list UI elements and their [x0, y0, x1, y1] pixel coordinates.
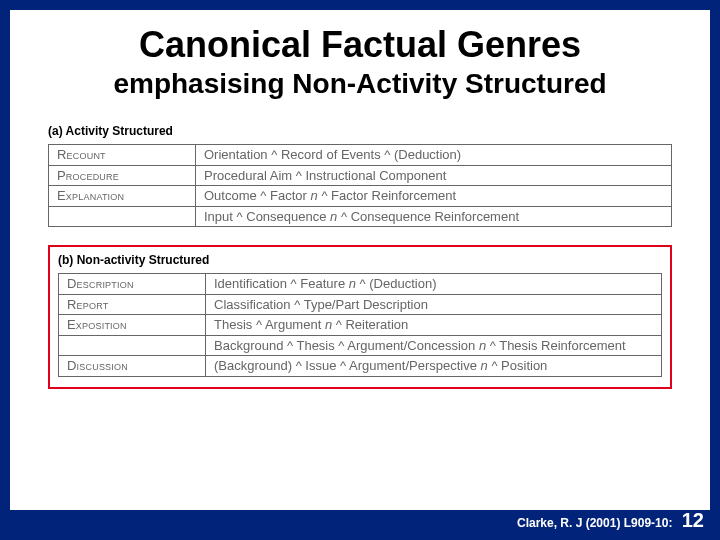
section-activity-structured: (a) Activity Structured Recount Orientat…: [48, 124, 672, 227]
title-block: Canonical Factual Genres emphasising Non…: [10, 10, 710, 106]
section-b-label: (b) Non-activity Structured: [58, 253, 662, 267]
section-a-label: (a) Activity Structured: [48, 124, 672, 138]
stages-cell: Identification ^ Feature n ^ (Deduction): [206, 274, 662, 295]
slide-subtitle: emphasising Non-Activity Structured: [20, 68, 700, 100]
stages-cell: Classification ^ Type/Part Description: [206, 294, 662, 315]
stages-cell: Outcome ^ Factor n ^ Factor Reinforcemen…: [196, 186, 672, 207]
stages-cell: Orientation ^ Record of Events ^ (Deduct…: [196, 145, 672, 166]
table-row: Input ^ Consequence n ^ Consequence Rein…: [49, 206, 672, 227]
slide-title: Canonical Factual Genres: [20, 24, 700, 66]
emphasis-frame: (b) Non-activity Structured Description …: [48, 245, 672, 389]
slide-body: Canonical Factual Genres emphasising Non…: [10, 10, 710, 510]
table-row: Description Identification ^ Feature n ^…: [59, 274, 662, 295]
genre-cell: [59, 335, 206, 356]
table-row: Procedure Procedural Aim ^ Instructional…: [49, 165, 672, 186]
genre-cell: Description: [59, 274, 206, 295]
stages-cell: Thesis ^ Argument n ^ Reiteration: [206, 315, 662, 336]
genre-cell: Explanation: [49, 186, 196, 207]
genre-cell: Recount: [49, 145, 196, 166]
section-non-activity-structured: (b) Non-activity Structured Description …: [48, 245, 672, 389]
genre-cell: Report: [59, 294, 206, 315]
table-row: Discussion (Background) ^ Issue ^ Argume…: [59, 356, 662, 377]
footer: Clarke, R. J (2001) L909-10: 12: [517, 509, 704, 532]
stages-cell: Input ^ Consequence n ^ Consequence Rein…: [196, 206, 672, 227]
genre-cell: Exposition: [59, 315, 206, 336]
page-number: 12: [682, 509, 704, 531]
table-row: Report Classification ^ Type/Part Descri…: [59, 294, 662, 315]
table-row: Background ^ Thesis ^ Argument/Concessio…: [59, 335, 662, 356]
genre-cell: [49, 206, 196, 227]
stages-cell: Procedural Aim ^ Instructional Component: [196, 165, 672, 186]
genre-cell: Procedure: [49, 165, 196, 186]
table-b: Description Identification ^ Feature n ^…: [58, 273, 662, 377]
table-row: Explanation Outcome ^ Factor n ^ Factor …: [49, 186, 672, 207]
genre-cell: Discussion: [59, 356, 206, 377]
table-row: Recount Orientation ^ Record of Events ^…: [49, 145, 672, 166]
table-a: Recount Orientation ^ Record of Events ^…: [48, 144, 672, 227]
stages-cell: (Background) ^ Issue ^ Argument/Perspect…: [206, 356, 662, 377]
stages-cell: Background ^ Thesis ^ Argument/Concessio…: [206, 335, 662, 356]
citation: Clarke, R. J (2001) L909-10:: [517, 516, 672, 530]
table-row: Exposition Thesis ^ Argument n ^ Reitera…: [59, 315, 662, 336]
